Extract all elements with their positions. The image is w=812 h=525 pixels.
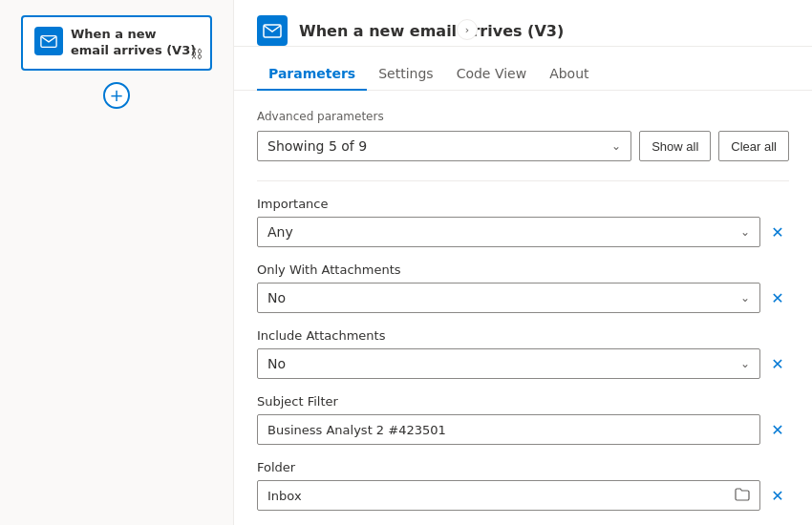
importance-chevron-icon: ⌄ [740, 225, 750, 239]
folder-label: Folder [257, 460, 789, 474]
tab-about[interactable]: About [538, 58, 600, 91]
trigger-card[interactable]: When a new email arrives (V3) ⛓ [21, 15, 212, 71]
clear-all-button[interactable]: Clear all [718, 131, 789, 161]
trigger-label: When a new email arrives (V3) [71, 27, 199, 59]
importance-label: Importance [257, 197, 789, 211]
subject-filter-row: Business Analyst 2 #423501 ✕ [257, 414, 789, 445]
folder-input[interactable]: Inbox [257, 480, 760, 511]
attachments-chevron-icon: ⌄ [740, 291, 750, 304]
showing-text: Showing 5 of 9 [267, 138, 367, 154]
subject-filter-label: Subject Filter [257, 394, 789, 409]
attachments-row: No ⌄ ✕ [257, 283, 789, 313]
include-attachments-value: No [267, 356, 286, 371]
subject-filter-field-group: Subject Filter Business Analyst 2 #42350… [257, 394, 789, 445]
panel-header: When a new email arrives (V3) [234, 0, 812, 47]
subject-filter-value: Business Analyst 2 #423501 [267, 423, 446, 437]
subject-filter-input[interactable]: Business Analyst 2 #423501 [257, 414, 760, 445]
attachments-select[interactable]: No ⌄ [257, 283, 760, 313]
folder-picker-icon [735, 488, 750, 504]
main-panel: When a new email arrives (V3) Parameters… [234, 0, 812, 525]
advanced-params-label: Advanced parameters [257, 110, 789, 123]
collapse-button[interactable]: › [457, 19, 478, 40]
importance-field-group: Importance Any ⌄ ✕ [257, 197, 789, 247]
header-email-icon [263, 21, 282, 40]
importance-select[interactable]: Any ⌄ [257, 217, 760, 247]
include-attachments-chevron-icon: ⌄ [740, 357, 750, 370]
link-icon: ⛓ [190, 47, 203, 61]
subject-filter-remove-button[interactable]: ✕ [766, 418, 789, 441]
folder-value: Inbox [267, 489, 302, 503]
importance-value: Any [267, 224, 293, 240]
tab-bar: Parameters Settings Code View About [234, 58, 812, 91]
attachments-remove-button[interactable]: ✕ [766, 286, 789, 309]
showing-dropdown[interactable]: Showing 5 of 9 ⌄ [257, 131, 631, 161]
folder-remove-button[interactable]: ✕ [766, 484, 789, 507]
showing-chevron-icon: ⌄ [611, 139, 621, 153]
folder-row: Inbox ✕ [257, 480, 789, 511]
include-attachments-remove-button[interactable]: ✕ [766, 352, 789, 375]
tab-settings[interactable]: Settings [367, 58, 444, 91]
include-attachments-select[interactable]: No ⌄ [257, 348, 760, 379]
tab-code-view[interactable]: Code View [445, 58, 539, 91]
importance-remove-button[interactable]: ✕ [766, 220, 789, 243]
advanced-params-row: Showing 5 of 9 ⌄ Show all Clear all [257, 131, 789, 161]
attachments-value: No [267, 290, 286, 305]
panel-header-icon [257, 15, 288, 46]
include-attachments-label: Include Attachments [257, 328, 789, 343]
folder-field-group: Folder Inbox ✕ [257, 460, 789, 511]
include-attachments-field-group: Include Attachments No ⌄ ✕ [257, 328, 789, 379]
show-all-button[interactable]: Show all [639, 131, 711, 161]
email-icon [40, 32, 57, 50]
panel-content: Advanced parameters Showing 5 of 9 ⌄ Sho… [234, 91, 812, 525]
panel-title: When a new email arrives (V3) [299, 22, 789, 40]
divider [257, 180, 789, 181]
importance-row: Any ⌄ ✕ [257, 217, 789, 247]
include-attachments-row: No ⌄ ✕ [257, 348, 789, 379]
add-step-button[interactable]: + [103, 82, 130, 109]
trigger-icon [34, 27, 63, 55]
attachments-field-group: Only With Attachments No ⌄ ✕ [257, 262, 789, 313]
sidebar: When a new email arrives (V3) ⛓ + [0, 0, 234, 525]
attachments-label: Only With Attachments [257, 262, 789, 277]
tab-parameters[interactable]: Parameters [257, 58, 367, 91]
